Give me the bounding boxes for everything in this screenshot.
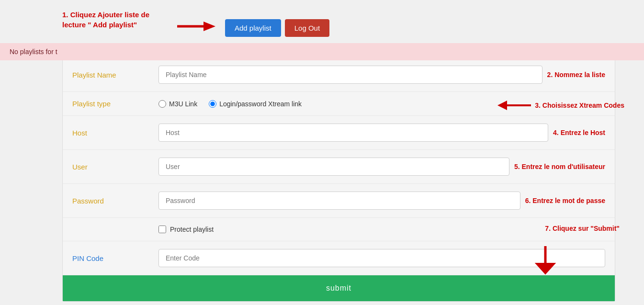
radio-m3u-option[interactable]: M3U Link [158, 100, 197, 108]
svg-marker-3 [497, 101, 507, 110]
pin-code-label: PIN Code [72, 254, 158, 262]
annotation-3-text: 3. Choisissez Xtream Codes [535, 101, 624, 110]
instruction-1-text: 1. Cliquez Ajouter liste de lecture " Ad… [62, 10, 168, 30]
radio-m3u-input[interactable] [158, 100, 166, 108]
protect-playlist-text: Protect playlist [170, 226, 214, 233]
down-arrow-submit-icon [533, 246, 557, 277]
no-playlists-banner: No playlists for t [0, 43, 644, 60]
password-input[interactable] [158, 192, 520, 210]
playlist-form: Playlist Name 2. Nommez la liste Playlis… [62, 57, 615, 302]
password-row: Password 6. Entrez le mot de passe [63, 184, 615, 218]
annotation-2-text: 2. Nommez la liste [547, 71, 605, 79]
protect-playlist-row: Protect playlist [63, 218, 615, 241]
host-row: Host 4. Entrez le Host [63, 116, 615, 150]
playlist-name-input[interactable] [158, 66, 542, 84]
logout-button[interactable]: Log Out [285, 19, 329, 37]
annotation-6-text: 6. Entrez le mot de passe [525, 197, 605, 204]
radio-xtream-input[interactable] [209, 100, 216, 108]
radio-xtream-label: Login/password Xtream link [219, 100, 302, 108]
radio-xtream-option[interactable]: Login/password Xtream link [209, 100, 302, 108]
svg-marker-1 [203, 22, 215, 31]
user-label: User [72, 163, 158, 171]
annotation-5-text: 5. Entrez le nom d'utilisateur [514, 163, 605, 170]
protect-playlist-checkbox[interactable] [158, 226, 166, 233]
radio-m3u-label: M3U Link [169, 100, 197, 108]
password-label: Password [72, 197, 158, 205]
playlist-name-label: Playlist Name [72, 71, 158, 79]
host-input[interactable] [158, 124, 548, 142]
annotation-4-text: 4. Entrez le Host [553, 129, 605, 136]
host-label: Host [72, 129, 158, 137]
submit-row: submit [63, 275, 615, 301]
submit-button[interactable]: submit [63, 275, 615, 301]
arrow-left-xtream-icon [497, 97, 531, 114]
playlist-type-row: Playlist type M3U Link Login/password Xt… [63, 92, 615, 116]
add-playlist-button[interactable]: Add playlist [225, 19, 281, 37]
pin-code-row: PIN Code 7. Cliquez sur "Submit" [63, 241, 615, 275]
arrow-right-icon [177, 17, 215, 38]
protect-playlist-label[interactable]: Protect playlist [158, 226, 214, 233]
playlist-type-label: Playlist type [72, 100, 158, 108]
annotation-7-text: 7. Cliquez sur "Submit" [545, 225, 620, 232]
user-input[interactable] [158, 158, 509, 176]
playlist-name-row: Playlist Name 2. Nommez la liste [63, 58, 615, 92]
svg-marker-5 [536, 263, 555, 274]
user-row: User 5. Entrez le nom d'utilisateur [63, 150, 615, 184]
